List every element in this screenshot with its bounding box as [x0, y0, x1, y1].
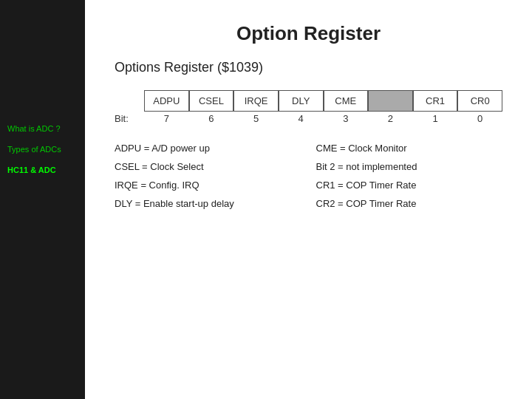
bit-label-spacer: [115, 90, 144, 112]
legend-cr2: CR2 = COP Timer Rate: [316, 196, 503, 211]
sidebar-item-hc11-adc[interactable]: HC11 & ADC: [0, 160, 85, 180]
reg-cell-csel: CSEL: [189, 90, 234, 112]
main-content: Option Register Options Register ($1039)…: [85, 0, 532, 399]
bit-text-label: Bit:: [115, 113, 144, 124]
bit-num-4: 4: [279, 113, 324, 124]
legend-dly: DLY = Enable start-up delay: [115, 196, 301, 211]
subtitle: Options Register ($1039): [115, 60, 502, 75]
bit-num-1: 1: [413, 113, 458, 124]
legend-adpu: ADPU = A/D power up: [115, 140, 301, 156]
sidebar-item-what-is-adc[interactable]: What is ADC ?: [0, 118, 85, 139]
legend-section: ADPU = A/D power up CME = Clock Monitor …: [115, 140, 502, 211]
reg-cell-dly: DLY: [279, 90, 324, 112]
sidebar-item-types-of-adcs[interactable]: Types of ADCs: [0, 139, 85, 160]
register-table: ADPU CSEL IRQE DLY CME CR1 CR0 Bit: 7 6 …: [115, 90, 502, 124]
reg-cell-cr1: CR1: [413, 90, 458, 112]
register-bit-row: Bit: 7 6 5 4 3 2 1 0: [115, 113, 502, 124]
bit-num-7: 7: [144, 113, 189, 124]
reg-cell-cr0: CR0: [457, 90, 502, 112]
sidebar: What is ADC ? Types of ADCs HC11 & ADC: [0, 0, 85, 399]
reg-cell-adpu: ADPU: [144, 90, 189, 112]
legend-cme: CME = Clock Monitor: [316, 140, 503, 156]
bit-num-2: 2: [368, 113, 413, 124]
bit-num-6: 6: [189, 113, 234, 124]
legend-bit2: Bit 2 = not implemented: [316, 159, 503, 174]
bit-num-5: 5: [233, 113, 279, 124]
register-name-row: ADPU CSEL IRQE DLY CME CR1 CR0: [115, 90, 502, 112]
bit-num-0: 0: [457, 113, 502, 124]
legend-csel: CSEL = Clock Select: [115, 159, 301, 174]
reg-cell-cme: CME: [324, 90, 369, 112]
page-title: Option Register: [115, 22, 502, 45]
legend-cr1: CR1 = COP Timer Rate: [316, 177, 503, 193]
reg-cell-empty: [368, 90, 413, 112]
legend-irqe: IRQE = Config. IRQ: [115, 177, 301, 193]
bit-num-3: 3: [324, 113, 369, 124]
reg-cell-irqe: IRQE: [233, 90, 279, 112]
